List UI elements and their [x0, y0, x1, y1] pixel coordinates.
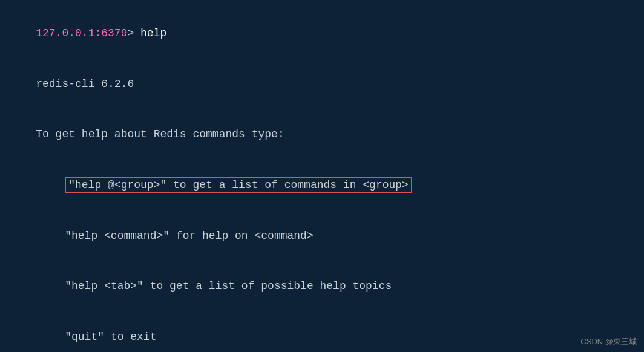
- line-4: "help @<group>" to get a list of command…: [10, 160, 634, 211]
- watermark: CSDN @東三城: [580, 336, 637, 347]
- help-group-text: "help @<group>" to get a list of command…: [65, 177, 412, 193]
- line-6: "help <tab>" to get a list of possible h…: [10, 261, 634, 312]
- help-command-text: "help <command>" for help on <command>: [65, 230, 313, 242]
- prompt-port-1: :6379: [94, 27, 127, 39]
- terminal-window: 127.0.0.1:6379> help redis-cli 6.2.6 To …: [0, 0, 644, 352]
- line-5: "help <command>" for help on <command>: [10, 211, 634, 262]
- help-quit-text: "quit" to exit: [65, 331, 156, 343]
- command-1: help: [140, 27, 166, 39]
- help-tab-text: "help <tab>" to get a list of possible h…: [65, 280, 392, 292]
- version-text: redis-cli 6.2.6: [36, 78, 134, 90]
- line-3: To get help about Redis commands type:: [10, 109, 634, 160]
- highlighted-group-cmd: "help @<group>" to get a list of command…: [65, 177, 412, 193]
- line-7: "quit" to exit: [10, 312, 634, 352]
- prompt-ip-1: 127.0.0.1: [36, 27, 94, 39]
- line-1: 127.0.0.1:6379> help: [10, 8, 634, 59]
- line-2: redis-cli 6.2.6: [10, 59, 634, 110]
- help-header: To get help about Redis commands type:: [36, 128, 284, 140]
- prompt-arrow-1: >: [127, 27, 140, 39]
